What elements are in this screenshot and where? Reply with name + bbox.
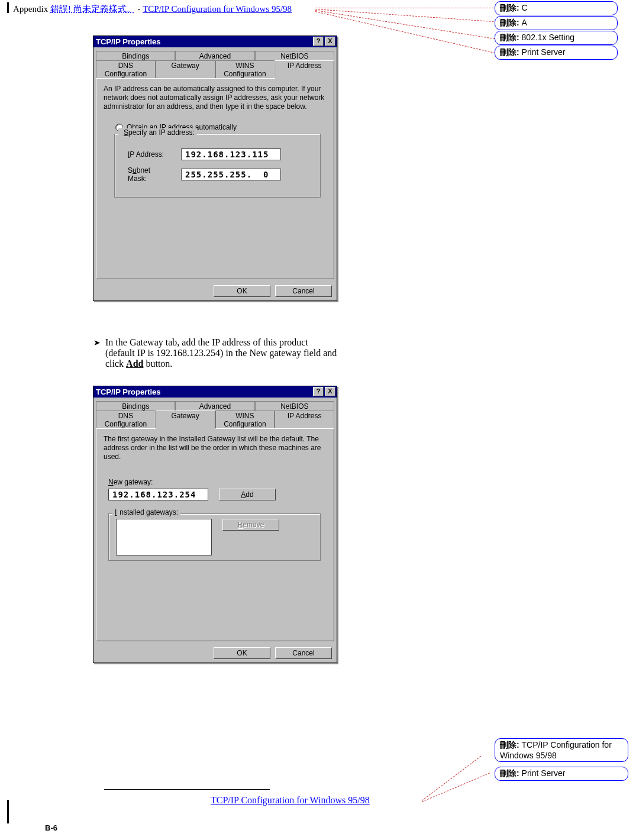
new-gateway-label: New gateway: [108,478,327,486]
installed-gateways-label: Installed gateways: [112,508,180,516]
revision-callout: 刪除: TCP/IP Configuration for Windows 95/… [495,738,628,762]
revision-callout: 刪除: Print Server [495,767,628,781]
footer-link[interactable]: TCP/IP Configuration for Windows 95/98 [211,795,370,806]
close-button[interactable]: X [325,37,335,46]
connector-line [315,10,498,40]
revision-callout: 刪除: C [495,1,618,15]
ip-address-label: IP Address: [128,150,170,159]
connector-line [315,11,501,54]
help-button[interactable]: ? [313,37,324,46]
specify-ip-label: pecify an IP address: [128,128,195,137]
style-error-text: 錯誤! 尚未定義樣式。 [50,4,135,14]
page-header: Appendix 錯誤! 尚未定義樣式。 - TCP/IP Configurat… [13,4,292,15]
tab-dns-configuration[interactable]: DNS Configuration [96,60,156,79]
bullet-icon [93,337,105,369]
instruction-text: In the Gateway tab, add the IP address o… [93,337,413,369]
tab-ip-address[interactable]: IP Address [275,60,334,79]
tab-bindings[interactable]: Bindings [96,51,175,61]
cancel-button[interactable]: Cancel [275,647,332,659]
dialog-titlebar[interactable]: TCP/IP Properties ? X [93,36,337,47]
gateway-description: The first gateway in the Installed Gatew… [104,435,327,461]
subnet-mask-label: Subnet Mask: [128,166,170,183]
remove-button: Remove [222,519,279,531]
header-sep: - [135,4,143,14]
tab-gateway[interactable]: Gateway [156,411,215,429]
tab-wins-configuration[interactable]: WINS Configuration [215,60,275,79]
revision-callout: 刪除: A [495,16,618,30]
ok-button[interactable]: OK [214,647,270,659]
close-button[interactable]: X [325,387,335,396]
tab-bindings[interactable]: Bindings [96,401,175,411]
tab-netbios[interactable]: NetBIOS [255,51,334,61]
connector-line [315,8,494,8]
page-number: B-6 [45,823,57,832]
tab-wins-configuration[interactable]: WINS Configuration [215,411,275,429]
tab-advanced[interactable]: Advanced [175,401,254,411]
ip-description: An IP address can be automatically assig… [104,85,327,111]
ip-address-input[interactable]: 192.168.123.115 [181,148,281,160]
inst-line3-prefix: click [105,358,126,369]
revision-callout: 刪除: Print Server [495,46,618,60]
connector-line [422,773,490,802]
tab-gateway[interactable]: Gateway [156,60,215,79]
tcpip-properties-dialog-gateway: TCP/IP Properties ? X BindingsAdvancedNe… [93,386,337,663]
appendix-label: Appendix [13,4,50,14]
connector-line [315,9,493,22]
tcpip-properties-dialog-ipaddress: TCP/IP Properties ? X BindingsAdvancedNe… [93,35,337,301]
inst-line3-suffix: button. [143,358,172,369]
ok-button[interactable]: OK [214,285,270,297]
dialog-titlebar[interactable]: TCP/IP Properties ? X [93,386,337,398]
header-link[interactable]: TCP/IP Configuration for Windows 95/98 [143,4,292,14]
tab-netbios[interactable]: NetBIOS [255,401,334,411]
dialog-title: TCP/IP Properties [96,387,161,396]
specify-ip-radio[interactable]: Specify an IP address: [118,128,197,137]
dialog-title: TCP/IP Properties [96,37,161,46]
installed-gateways-list[interactable] [116,519,212,555]
tab-dns-configuration[interactable]: DNS Configuration [96,411,156,429]
inst-line2: (default IP is 192.168.123.254) in the N… [105,348,337,358]
revision-callout: 刪除: 802.1x Setting [495,31,618,45]
add-button[interactable]: Add [219,489,276,500]
tab-advanced[interactable]: Advanced [175,51,254,61]
help-button[interactable]: ? [313,387,324,396]
cancel-button[interactable]: Cancel [275,285,332,297]
connector-line [422,756,481,801]
inst-line3-bold: Add [126,358,143,369]
tab-ip-address[interactable]: IP Address [275,411,334,429]
footer-rule [104,789,270,790]
inst-line1: In the Gateway tab, add the IP address o… [105,337,308,347]
new-gateway-input[interactable]: 192.168.123.254 [108,489,208,500]
subnet-mask-input[interactable]: 255.255.255. 0 [181,169,281,180]
